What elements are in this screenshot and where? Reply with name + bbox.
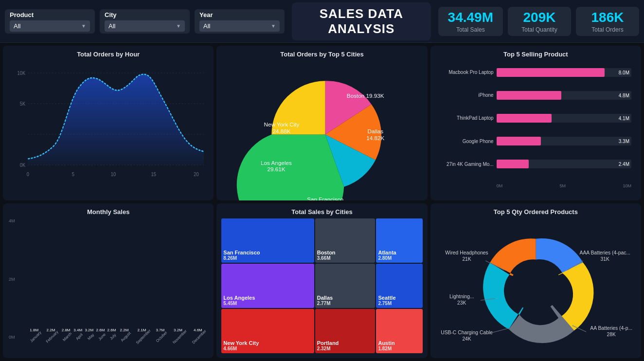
tm-boston: Boston 3.66M [315, 218, 376, 263]
tm-dallas: Dallas 2.77M [315, 264, 376, 308]
hbar-label-2: ThinkPad Laptop [440, 115, 494, 121]
total-orders-stat: 186K Total Orders [576, 7, 639, 36]
month-col-6: 2.6MJuly [107, 328, 116, 340]
month-col-8: 2.1MSeptember [132, 328, 151, 340]
total-quantity-value: 209K [523, 10, 556, 25]
sales-cities-title: Total Sales by Cities [221, 208, 422, 216]
month-col-7: 2.2MAugust [118, 328, 130, 340]
y-label-4m: 4M [9, 218, 15, 223]
svg-text:28K: 28K [607, 332, 615, 337]
top-qty-svg: Wired Headphones 21K AAA Batteries (4-pa… [435, 220, 636, 352]
hbar-axis: 0M 5M 10M [440, 182, 631, 188]
svg-text:AA Batteries (4-p...: AA Batteries (4-p... [590, 325, 632, 331]
top-products-title: Top 5 Selling Product [435, 51, 636, 58]
hbar-track-3: 3.3M [497, 137, 631, 145]
city-filter: City All [100, 9, 190, 34]
total-quantity-label: Total Quantity [521, 26, 557, 33]
orders-cities-svg: New York City 24.88K Los Angeles 29.61K … [221, 61, 422, 200]
top-qty-chart: Wired Headphones 21K AAA Batteries (4-pa… [435, 218, 636, 353]
hbar-fill-3 [497, 137, 541, 145]
hbar-label-0: Macbook Pro Laptop [440, 70, 494, 75]
year-filter: Year All [195, 9, 285, 34]
orders-cities-panel: Total Orders by Top 5 Cities New York Ci… [216, 46, 427, 200]
hbar-row-2: ThinkPad Laptop 4.1M [440, 114, 631, 123]
svg-text:Boston 19.93K: Boston 19.93K [347, 92, 384, 99]
total-orders-value: 186K [591, 10, 624, 25]
dashboard-title: SALES DATA ANALYSIS [302, 6, 421, 36]
total-sales-stat: 34.49M Total Sales [438, 7, 503, 36]
product-filter-label: Product [10, 11, 90, 18]
hbar-row-1: iPhone 4.8M [440, 91, 631, 100]
hbar-fill-2 [497, 114, 552, 123]
month-col-10: 3.2MNovember [169, 328, 187, 340]
orders-hour-title: Total Orders by Hour [8, 51, 209, 58]
svg-text:AAA Batteries (4-pac...: AAA Batteries (4-pac... [579, 250, 630, 255]
svg-text:15: 15 [151, 171, 156, 177]
hbar-val-2: 4.1M [619, 115, 629, 121]
total-sales-value: 34.49M [448, 10, 493, 25]
svg-text:San Francisco: San Francisco [307, 196, 343, 200]
svg-text:10K: 10K [18, 70, 26, 76]
month-label-6: July [109, 333, 117, 341]
hbar-track-0: 8.0M [497, 68, 631, 77]
hbar-fill-1 [497, 91, 561, 100]
month-val-6: 2.6M [107, 328, 116, 332]
top-qty-title: Top 5 Qty Ordered Products [435, 208, 636, 216]
orders-hour-panel: Total Orders by Hour 10K 5K 0K 0 5 10 15… [3, 46, 214, 200]
month-col-9: 3.7MOctober [153, 328, 167, 340]
product-filter: Product All [5, 9, 95, 34]
hbar-label-4: 27in 4K Gaming Mo... [440, 162, 494, 167]
tm-la: Los Angeles 5.45M [221, 264, 314, 308]
svg-text:Dallas: Dallas [368, 128, 384, 134]
sales-cities-treemap: San Francisco 8.26M Boston 3.66M Atlanta… [221, 218, 422, 353]
hbar-row-3: Google Phone 3.3M [440, 137, 631, 145]
monthly-sales-panel: Monthly Sales 4M 2M 0M 1.8MJanuary2.2MFe… [3, 203, 214, 358]
orders-cities-title: Total Orders by Top 5 Cities [221, 51, 422, 58]
hbar-axis-0: 0M [497, 183, 503, 188]
hbar-fill-4 [497, 160, 529, 168]
top-qty-panel: Top 5 Qty Ordered Products [430, 203, 641, 358]
month-col-11: 4.6MDecember [189, 328, 207, 340]
svg-text:0K: 0K [20, 162, 25, 168]
orders-hour-chart: 10K 5K 0K 0 5 10 15 20 [8, 61, 209, 196]
svg-text:0: 0 [27, 171, 29, 177]
total-sales-label: Total Sales [456, 26, 485, 33]
product-select[interactable]: All [10, 20, 90, 32]
monthly-sales-title: Monthly Sales [8, 208, 209, 216]
month-label-5: June [97, 332, 107, 342]
svg-text:21K: 21K [462, 256, 471, 262]
orders-cities-chart: New York City 24.88K Los Angeles 29.61K … [221, 61, 422, 200]
year-select[interactable]: All [199, 20, 280, 32]
hbar-label-1: iPhone [440, 92, 494, 98]
svg-text:USB-C Charging Cable: USB-C Charging Cable [441, 330, 493, 335]
month-val-4: 3.2M [85, 328, 93, 332]
hbar-axis-2: 10M [623, 183, 631, 188]
hbar-row-4: 27in 4K Gaming Mo... 2.4M [440, 160, 631, 168]
tm-atlanta: Atlanta 2.80M [376, 218, 422, 263]
svg-text:Lightning...: Lightning... [449, 294, 474, 299]
month-val-5: 2.6M [96, 328, 105, 332]
main-grid: Total Orders by Hour 10K 5K 0K 0 5 10 15… [0, 43, 644, 361]
svg-text:20: 20 [194, 171, 199, 177]
month-label-4: May [87, 333, 95, 341]
top-bar: Product All City All Year All SALES DATA… [0, 0, 644, 43]
svg-text:Wired Headphones: Wired Headphones [445, 250, 488, 255]
month-col-5: 2.6MJune [96, 328, 105, 340]
total-quantity-stat: 209K Total Quantity [508, 7, 571, 36]
hbar-val-0: 8.0M [619, 70, 629, 75]
monthly-sales-chart: 4M 2M 0M 1.8MJanuary2.2MFebruary2.8MMarc… [8, 218, 209, 353]
hbar-row-0: Macbook Pro Laptop 8.0M [440, 68, 631, 77]
city-filter-label: City [105, 11, 185, 18]
svg-text:10: 10 [111, 171, 116, 177]
month-label-7: August [120, 331, 132, 343]
month-val-3: 3.4M [73, 328, 82, 332]
hbar-val-1: 4.8M [619, 92, 629, 98]
city-select[interactable]: All [105, 20, 185, 32]
total-orders-label: Total Orders [591, 26, 623, 33]
svg-text:31K: 31K [600, 256, 609, 262]
month-col-0: 1.8MJanuary [27, 328, 41, 340]
orders-hour-svg: 10K 5K 0K 0 5 10 15 20 [8, 61, 209, 196]
tm-seattle: Seattle 2.75M [376, 264, 422, 308]
y-label-2m: 2M [9, 277, 15, 282]
svg-text:14.82K: 14.82K [367, 135, 385, 141]
